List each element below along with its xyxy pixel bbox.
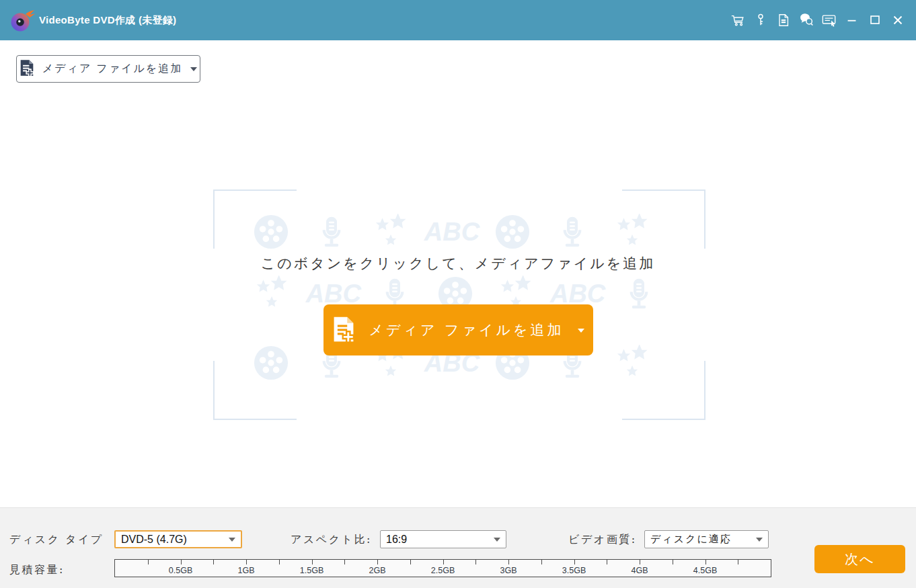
capacity-tick-label: 0.5GB: [169, 566, 192, 575]
capacity-tick: [312, 560, 313, 564]
stars-watermark-icon: [614, 344, 652, 382]
microphone-watermark-icon: [620, 275, 658, 312]
close-button[interactable]: [886, 9, 909, 32]
estimated-capacity-label: 見積容量:: [9, 563, 65, 577]
capacity-tick: [377, 560, 378, 564]
capacity-tick: [738, 560, 738, 564]
chevron-down-icon: [494, 538, 500, 545]
video-quality-label: ビデオ画質:: [568, 533, 637, 547]
watermark-row: ABC: [252, 213, 652, 251]
maximize-button[interactable]: [864, 9, 886, 32]
menu-icon[interactable]: [818, 9, 841, 32]
capacity-tick: [607, 560, 607, 564]
capacity-tick: [443, 560, 444, 564]
key-icon[interactable]: [749, 9, 772, 32]
microphone-watermark-icon: [313, 213, 350, 251]
capacity-tick-label: 4.5GB: [693, 566, 717, 575]
capacity-tick: [410, 560, 411, 564]
window-title: VideoByte DVD作成 (未登録): [39, 14, 176, 27]
disc-type-value: DVD-5 (4.7G): [121, 534, 229, 546]
capacity-tick-label: 1.5GB: [300, 566, 323, 575]
film-reel-watermark-icon: [252, 344, 290, 382]
capacity-tick: [213, 560, 214, 564]
aspect-ratio-label: アスペクト比:: [291, 533, 372, 547]
chevron-down-icon: [756, 538, 763, 545]
feedback-icon[interactable]: [795, 9, 818, 32]
video-quality-select[interactable]: ディスクに適応: [644, 530, 769, 548]
microphone-watermark-icon: [554, 213, 591, 251]
capacity-tick-label: 4GB: [631, 566, 648, 575]
titlebar: VideoByte DVD作成 (未登録): [0, 0, 916, 40]
aspect-ratio-select[interactable]: 16:9: [380, 530, 506, 548]
disc-type-label: ディスク タイプ: [9, 533, 104, 547]
capacity-tick-label: 1GB: [237, 566, 254, 575]
dropzone-hint-text: このボタンをクリックして、メディアファイルを追加: [0, 254, 916, 273]
capacity-tick: [673, 560, 673, 564]
capacity-tick: [705, 560, 706, 564]
capacity-tick-label: 3GB: [500, 566, 517, 575]
disc-type-select[interactable]: DVD-5 (4.7G): [114, 530, 242, 548]
capacity-tick-label: 2.5GB: [431, 566, 455, 575]
stars-watermark-icon: [254, 275, 291, 312]
capacity-tick: [574, 560, 575, 564]
stars-watermark-icon: [614, 213, 652, 251]
capacity-tick: [148, 560, 149, 564]
capacity-gauge: 0.5GB1GB1.5GB2GB2.5GB3GB3.5GB4GB4.5GB: [114, 559, 771, 577]
capacity-tick: [475, 560, 476, 564]
capacity-tick: [181, 560, 182, 564]
cart-icon[interactable]: [726, 9, 749, 32]
add-media-label: メディア ファイルを追加: [369, 321, 564, 339]
video-quality-value: ディスクに適応: [650, 533, 756, 546]
capacity-tick: [344, 560, 345, 564]
settings-bar: ディスク タイプ DVD-5 (4.7G) アスペクト比: 16:9 ビデオ画質…: [0, 507, 916, 588]
stars-watermark-icon: [373, 213, 410, 251]
capacity-tick: [541, 560, 542, 564]
app-window: VideoByte DVD作成 (未登録): [0, 0, 916, 588]
app-logo-icon: [8, 5, 36, 35]
aspect-ratio-value: 16:9: [386, 534, 494, 546]
film-reel-watermark-icon: [252, 213, 290, 251]
minimize-button[interactable]: [841, 9, 864, 32]
register-document-icon[interactable]: [772, 9, 795, 32]
chevron-down-icon: [229, 538, 235, 545]
add-media-button-main[interactable]: メディア ファイルを追加: [323, 304, 593, 355]
capacity-tick-label: 3.5GB: [562, 566, 586, 575]
film-reel-watermark-icon: [494, 213, 531, 251]
capacity-tick-label: 2GB: [369, 566, 385, 575]
next-button[interactable]: 次へ: [814, 545, 905, 573]
capacity-tick: [279, 560, 280, 564]
chevron-down-icon: [578, 329, 584, 336]
capacity-tick: [640, 560, 640, 564]
file-plus-icon: [332, 316, 355, 345]
abc-watermark-icon: ABC: [433, 213, 471, 251]
capacity-tick: [508, 560, 509, 564]
media-dropzone[interactable]: ABCABCABCABC このボタンをクリックして、メディアファイルを追加 メデ…: [0, 40, 916, 507]
titlebar-actions: [726, 0, 909, 40]
capacity-tick: [246, 560, 247, 564]
